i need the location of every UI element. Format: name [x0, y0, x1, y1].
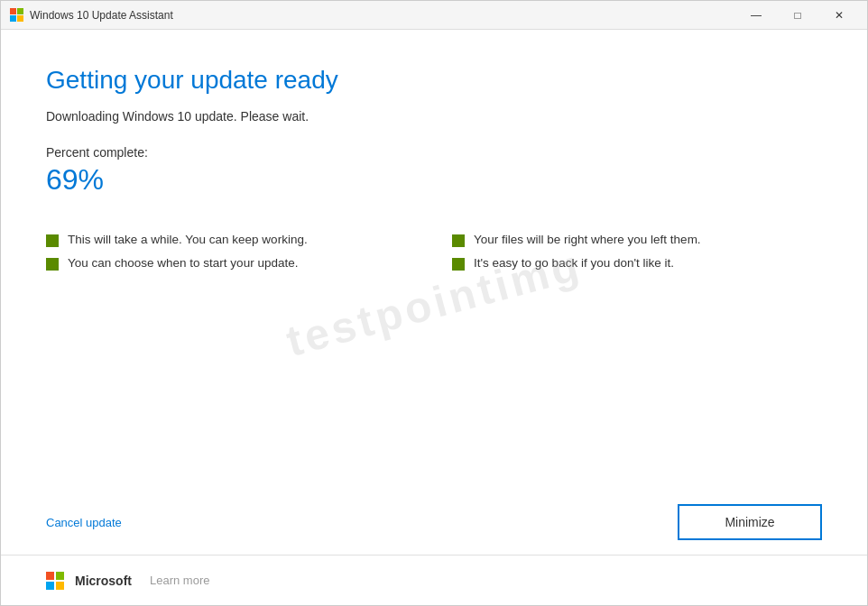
feature-text-4: It's easy to go back if you don't like i…	[474, 256, 674, 270]
features-grid: This will take a while. You can keep wor…	[46, 233, 822, 271]
minimize-button[interactable]: Minimize	[678, 504, 822, 540]
feature-text-3: Your files will be right where you left …	[474, 233, 701, 246]
title-bar: Windows 10 Update Assistant — □ ✕	[1, 1, 867, 30]
window-title: Windows 10 Update Assistant	[30, 9, 173, 22]
feature-bullet-1	[46, 234, 59, 247]
ms-square-green	[56, 572, 64, 580]
maximize-window-button[interactable]: □	[777, 1, 818, 30]
minimize-window-button[interactable]: —	[735, 1, 777, 30]
feature-item-1: This will take a while. You can keep wor…	[46, 233, 416, 247]
feature-bullet-4	[452, 258, 465, 271]
feature-text-1: This will take a while. You can keep wor…	[68, 233, 308, 246]
svg-rect-0	[10, 8, 16, 14]
footer: Cancel update Minimize	[1, 490, 867, 555]
feature-item-2: You can choose when to start your update…	[46, 256, 416, 271]
ms-square-blue	[46, 582, 54, 590]
page-title: Getting your update ready	[46, 66, 822, 95]
svg-rect-1	[17, 8, 23, 14]
main-content: Getting your update ready Downloading Wi…	[1, 30, 867, 490]
feature-bullet-3	[452, 234, 465, 247]
percent-value: 69%	[46, 163, 822, 197]
close-window-button[interactable]: ✕	[818, 1, 860, 30]
cancel-update-link[interactable]: Cancel update	[46, 516, 122, 529]
svg-rect-2	[10, 15, 16, 22]
microsoft-label: Microsoft	[75, 574, 132, 588]
subtitle-text: Downloading Windows 10 update. Please wa…	[46, 109, 822, 124]
feature-bullet-2	[46, 258, 59, 271]
title-bar-controls: — □ ✕	[735, 1, 860, 30]
title-bar-left: Windows 10 Update Assistant	[10, 8, 173, 23]
bottom-bar: Microsoft Learn more	[1, 555, 867, 605]
feature-item-4: It's easy to go back if you don't like i…	[452, 256, 822, 271]
percent-label: Percent complete:	[46, 145, 822, 160]
svg-rect-3	[17, 15, 23, 22]
ms-logo-grid	[46, 572, 64, 590]
ms-square-red	[46, 572, 54, 580]
main-window: Windows 10 Update Assistant — □ ✕ Gettin…	[0, 0, 868, 606]
feature-text-2: You can choose when to start your update…	[68, 256, 298, 270]
microsoft-logo	[46, 572, 64, 590]
learn-more-link[interactable]: Learn more	[150, 574, 209, 587]
ms-square-yellow	[56, 582, 64, 590]
feature-item-3: Your files will be right where you left …	[452, 233, 822, 247]
windows-icon	[10, 8, 24, 23]
